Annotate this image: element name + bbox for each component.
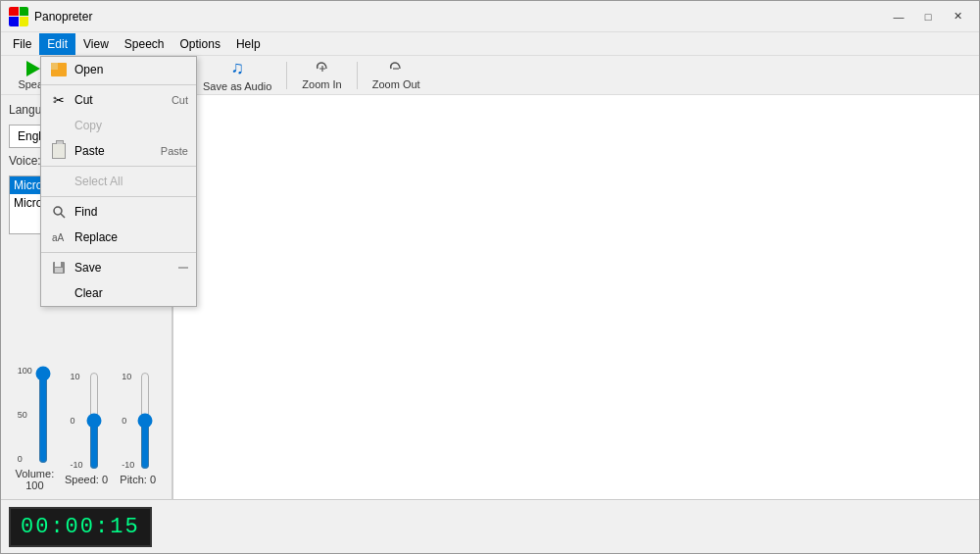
speed-slider[interactable] [85, 372, 103, 470]
app-icon [9, 7, 28, 26]
svg-text:aA: aA [52, 232, 65, 243]
pitch-slider[interactable] [136, 372, 154, 470]
open-icon [49, 63, 69, 76]
minimize-button[interactable]: — [885, 6, 912, 27]
cut-icon: ✂ [49, 92, 69, 108]
pitch-label: Pitch: 0 [120, 474, 156, 485]
saveasaudio-button[interactable]: ♫ Save as Audio [194, 58, 280, 93]
selectall-label: Select All [74, 175, 188, 188]
volume-slider[interactable] [34, 366, 52, 464]
dropdown-save[interactable]: Save [41, 255, 196, 280]
svg-rect-4 [55, 262, 61, 267]
menu-edit[interactable]: Edit [39, 33, 75, 55]
svg-rect-5 [55, 268, 63, 273]
zoomin-label: Zoom In [302, 78, 341, 90]
speed-slider-group: 10 0 -10 Speed: 0 [61, 372, 113, 485]
sep3 [41, 196, 196, 197]
svg-point-0 [54, 207, 62, 215]
toolbar-sep5 [357, 62, 358, 89]
main-window: Panopreter — □ ✕ File Edit View Speech O… [0, 0, 980, 554]
sliders-area: 100 50 0 Volume: 100 10 [9, 366, 164, 491]
play-icon [26, 61, 40, 76]
menubar: File Edit View Speech Options Help Open … [1, 32, 979, 56]
volume-slider-wrap: 100 50 0 [18, 366, 52, 464]
volume-slider-group: 100 50 0 Volume: 100 [9, 366, 61, 491]
dropdown-clear[interactable]: Clear [41, 280, 196, 306]
paste-shortcut: Paste [161, 145, 188, 157]
dropdown-find[interactable]: Find [41, 199, 196, 225]
main-textarea[interactable] [173, 95, 979, 499]
save-underline [178, 267, 188, 269]
dropdown-copy[interactable]: Copy [41, 113, 196, 138]
speed-label: Speed: 0 [65, 474, 108, 485]
sep4 [41, 252, 196, 253]
find-icon [49, 205, 69, 219]
copy-label: Copy [74, 119, 188, 132]
pitch-slider-wrap: 10 0 -10 [122, 372, 154, 470]
save-icon [49, 261, 69, 275]
replace-label: Replace [74, 230, 188, 244]
window-controls: — □ ✕ [885, 6, 971, 27]
dropdown-cut[interactable]: ✂ Cut Cut [41, 87, 196, 113]
text-area-wrap [172, 95, 979, 499]
open-label: Open [74, 63, 167, 76]
replace-icon: aA [49, 230, 69, 244]
menu-speech[interactable]: Speech [117, 33, 172, 55]
zoomout-button[interactable]: Zoom Out [364, 58, 429, 93]
dropdown-paste[interactable]: Paste Paste [41, 138, 196, 164]
zoomout-label: Zoom Out [372, 78, 420, 90]
clear-label: Clear [74, 286, 188, 300]
cut-shortcut: Cut [172, 94, 188, 106]
window-title: Panopreter [34, 10, 885, 24]
volume-label: Volume: 100 [9, 468, 61, 491]
find-label: Find [74, 205, 188, 219]
sep2 [41, 166, 196, 167]
dropdown-open[interactable]: Open [41, 57, 196, 82]
edit-dropdown: Open ✂ Cut Cut Copy [40, 56, 197, 307]
dropdown-selectall[interactable]: Select All [41, 169, 196, 194]
menu-view[interactable]: View [75, 33, 117, 55]
cut-label: Cut [74, 93, 150, 107]
sep1 [41, 84, 196, 85]
volume-ticks: 100 50 0 [18, 366, 32, 464]
note-icon: ♫ [230, 58, 244, 78]
paste-icon [49, 143, 69, 159]
menu-options[interactable]: Options [172, 33, 228, 55]
pitch-ticks: 10 0 -10 [122, 372, 134, 470]
timer-display: 00:00:15 [9, 507, 152, 547]
zoomin-icon [315, 61, 330, 76]
maximize-button[interactable]: □ [914, 6, 942, 27]
menu-help[interactable]: Help [228, 33, 269, 55]
dropdown-replace[interactable]: aA Replace [41, 225, 196, 250]
menu-file[interactable]: File [5, 33, 39, 55]
save-label: Save [74, 261, 131, 275]
toolbar-sep4 [286, 62, 287, 89]
close-button[interactable]: ✕ [944, 6, 971, 27]
pitch-slider-group: 10 0 -10 Pitch: 0 [112, 372, 164, 485]
zoomout-icon [388, 61, 404, 76]
svg-line-1 [61, 214, 65, 218]
saveasaudio-label: Save as Audio [203, 80, 271, 92]
speed-slider-wrap: 10 0 -10 [71, 372, 103, 470]
paste-label: Paste [74, 144, 139, 158]
titlebar: Panopreter — □ ✕ [1, 1, 979, 32]
bottom-bar: 00:00:15 [1, 499, 979, 553]
speed-ticks: 10 0 -10 [71, 372, 83, 470]
zoomin-button[interactable]: Zoom In [293, 58, 350, 93]
